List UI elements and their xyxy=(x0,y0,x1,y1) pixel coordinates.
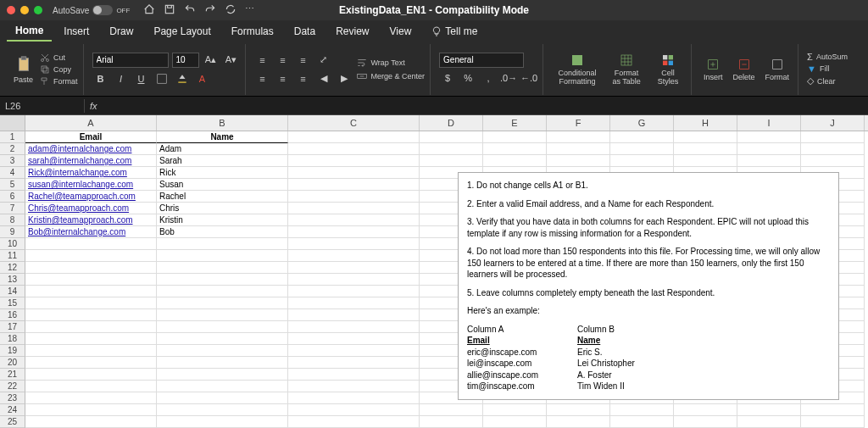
font-size-select[interactable] xyxy=(172,53,199,68)
cell-A1[interactable]: Email xyxy=(25,131,157,143)
bold-button[interactable]: B xyxy=(92,70,109,87)
cell-B15[interactable] xyxy=(157,297,288,309)
cell-A14[interactable] xyxy=(25,286,157,297)
row-header-17[interactable]: 17 xyxy=(0,321,25,333)
tab-page-layout[interactable]: Page Layout xyxy=(145,22,219,41)
cell-A10[interactable] xyxy=(25,238,157,250)
cell-A23[interactable] xyxy=(25,392,157,404)
cell-I24[interactable] xyxy=(737,404,801,416)
row-header-5[interactable]: 5 xyxy=(0,179,25,191)
row-header-11[interactable]: 11 xyxy=(0,250,25,262)
row-header-22[interactable]: 22 xyxy=(0,381,25,392)
border-button[interactable] xyxy=(153,70,170,87)
cell-J3[interactable] xyxy=(801,155,865,167)
cell-B12[interactable] xyxy=(157,262,288,274)
row-header-7[interactable]: 7 xyxy=(0,203,25,214)
cut-button[interactable]: Cut xyxy=(40,53,78,63)
cell-B24[interactable] xyxy=(157,404,288,416)
tab-review[interactable]: Review xyxy=(327,22,377,41)
formula-bar[interactable] xyxy=(103,97,868,114)
close-window[interactable] xyxy=(7,6,15,14)
cell-A19[interactable] xyxy=(25,345,157,357)
cell-D24[interactable] xyxy=(420,404,483,416)
row-header-19[interactable]: 19 xyxy=(0,345,25,357)
currency-icon[interactable]: $ xyxy=(439,69,456,86)
cell-E3[interactable] xyxy=(483,155,547,167)
cell-C3[interactable] xyxy=(288,155,420,167)
cell-B13[interactable] xyxy=(157,274,288,286)
decrease-indent-icon[interactable]: ◀ xyxy=(315,70,332,87)
merge-center-button[interactable]: Merge & Center xyxy=(356,70,426,82)
cell-styles-button[interactable]: Cell Styles xyxy=(650,52,686,87)
tab-insert[interactable]: Insert xyxy=(55,22,97,41)
cell-D2[interactable] xyxy=(420,143,483,155)
cell-C21[interactable] xyxy=(288,369,420,381)
fx-label[interactable]: fx xyxy=(85,101,103,111)
cell-A5[interactable]: susan@internlachange.com xyxy=(25,179,157,191)
row-header-6[interactable]: 6 xyxy=(0,191,25,203)
col-header-H[interactable]: H xyxy=(674,115,737,131)
cell-A2[interactable]: adam@internalchange.com xyxy=(25,143,157,155)
cell-E24[interactable] xyxy=(483,404,547,416)
align-center-icon[interactable]: ≡ xyxy=(275,70,292,87)
format-cells-button[interactable]: Format xyxy=(762,56,793,83)
minimize-window[interactable] xyxy=(20,6,29,14)
cell-B21[interactable] xyxy=(157,369,288,381)
font-color-button[interactable]: A xyxy=(194,70,211,87)
cell-C6[interactable] xyxy=(288,191,420,203)
more-icon[interactable]: ⋯ xyxy=(245,3,255,17)
cell-B6[interactable]: Rachel xyxy=(157,191,288,203)
cell-C5[interactable] xyxy=(288,179,420,191)
cell-E2[interactable] xyxy=(483,143,547,155)
col-header-G[interactable]: G xyxy=(610,115,674,131)
decrease-decimal-icon[interactable]: ←.0 xyxy=(520,69,537,86)
align-right-icon[interactable]: ≡ xyxy=(295,70,312,87)
row-header-2[interactable]: 2 xyxy=(0,143,25,155)
cell-J24[interactable] xyxy=(801,404,865,416)
cell-B5[interactable]: Susan xyxy=(157,179,288,191)
maximize-window[interactable] xyxy=(34,6,42,14)
row-header-12[interactable]: 12 xyxy=(0,262,25,274)
decrease-font-icon[interactable]: A▾ xyxy=(223,52,240,69)
cell-I25[interactable] xyxy=(737,416,801,428)
cell-H25[interactable] xyxy=(674,416,737,428)
redo-icon[interactable] xyxy=(204,3,216,17)
cell-I1[interactable] xyxy=(737,131,801,143)
col-header-J[interactable]: J xyxy=(801,115,865,131)
cell-A11[interactable] xyxy=(25,250,157,262)
cell-B2[interactable]: Adam xyxy=(157,143,288,155)
cell-D3[interactable] xyxy=(420,155,483,167)
cell-G2[interactable] xyxy=(610,143,674,155)
cell-A17[interactable] xyxy=(25,321,157,333)
cell-B22[interactable] xyxy=(157,381,288,392)
cell-H2[interactable] xyxy=(674,143,737,155)
cell-A6[interactable]: Rachel@teamapproach.com xyxy=(25,191,157,203)
delete-cells-button[interactable]: Delete xyxy=(730,56,759,83)
cell-B11[interactable] xyxy=(157,250,288,262)
cell-E25[interactable] xyxy=(483,416,547,428)
autosum-button[interactable]: ΣAutoSum xyxy=(807,52,848,62)
fill-button[interactable]: ▼Fill xyxy=(807,64,848,74)
cell-C8[interactable] xyxy=(288,214,420,226)
row-header-14[interactable]: 14 xyxy=(0,286,25,297)
cell-A24[interactable] xyxy=(25,404,157,416)
row-header-18[interactable]: 18 xyxy=(0,333,25,345)
cell-A13[interactable] xyxy=(25,274,157,286)
tab-draw[interactable]: Draw xyxy=(101,22,142,41)
tab-view[interactable]: View xyxy=(381,22,420,41)
row-header-21[interactable]: 21 xyxy=(0,369,25,381)
copy-button[interactable]: Copy xyxy=(40,64,78,75)
format-painter-button[interactable]: Format xyxy=(40,76,78,86)
cell-G24[interactable] xyxy=(610,404,674,416)
cell-B14[interactable] xyxy=(157,286,288,297)
row-header-25[interactable]: 25 xyxy=(0,416,25,428)
underline-button[interactable]: U xyxy=(133,70,150,87)
insert-cells-button[interactable]: Insert xyxy=(700,56,726,83)
name-box[interactable]: L26 xyxy=(0,99,85,113)
cell-C11[interactable] xyxy=(288,250,420,262)
cell-C2[interactable] xyxy=(288,143,420,155)
italic-button[interactable]: I xyxy=(113,70,130,87)
fill-color-button[interactable] xyxy=(174,70,191,87)
cell-J2[interactable] xyxy=(801,143,865,155)
cell-A25[interactable] xyxy=(25,416,157,428)
